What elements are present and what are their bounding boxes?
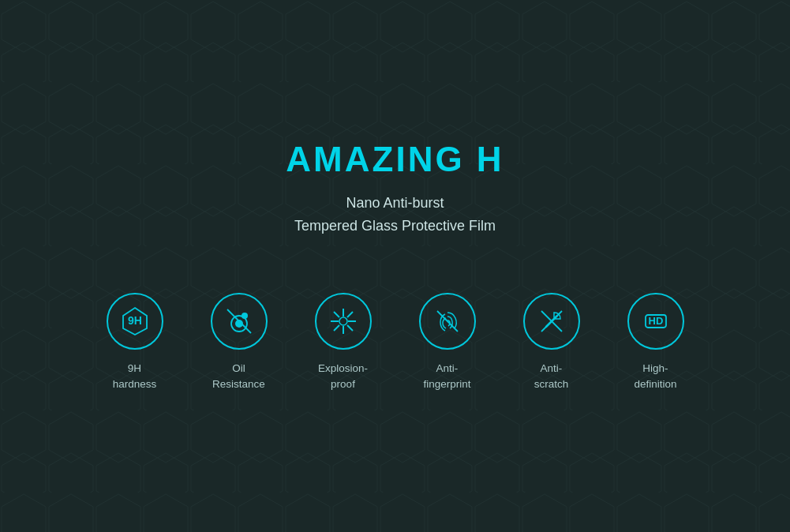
- svg-line-13: [334, 325, 339, 331]
- features-row: 9H 9H hardness Oil Resistanc: [107, 293, 684, 393]
- svg-line-10: [334, 312, 339, 317]
- 9h-icon: 9H: [118, 305, 152, 338]
- subtitle-line1: Nano Anti-burst: [346, 195, 444, 211]
- fingerprint-icon: [431, 305, 464, 338]
- svg-text:HD: HD: [648, 315, 663, 327]
- feature-label-scratch: Anti- scratch: [534, 361, 569, 393]
- icon-hd-circle: HD: [627, 293, 684, 350]
- feature-label-explosion: Explosion- proof: [318, 361, 368, 393]
- icon-oil-circle: [211, 293, 268, 350]
- main-content: AMAZING H Nano Anti-burst Tempered Glass…: [0, 0, 790, 532]
- feature-label-oil: Oil Resistance: [212, 361, 265, 393]
- svg-text:9H: 9H: [128, 314, 142, 327]
- svg-line-11: [347, 325, 353, 331]
- scratch-icon: [535, 305, 568, 338]
- svg-point-14: [339, 317, 347, 325]
- hd-icon: HD: [639, 305, 672, 338]
- svg-line-12: [347, 312, 353, 317]
- feature-anti-fingerprint: Anti- fingerprint: [419, 293, 476, 393]
- feature-anti-scratch: Anti- scratch: [523, 293, 580, 393]
- subtitle-line2: Tempered Glass Protective Film: [294, 218, 496, 234]
- icon-fingerprint-circle: [419, 293, 476, 350]
- svg-line-5: [227, 309, 251, 333]
- oil-icon: [223, 305, 256, 338]
- icon-9h-circle: 9H: [107, 293, 163, 350]
- feature-label-9h: 9H hardness: [113, 361, 157, 393]
- feature-explosion-proof: Explosion- proof: [315, 293, 372, 393]
- svg-point-4: [241, 313, 248, 319]
- feature-high-definition: HD High- definition: [627, 293, 684, 393]
- product-title: AMAZING H: [286, 140, 504, 179]
- feature-9h-hardness: 9H 9H hardness: [107, 293, 163, 393]
- feature-label-fingerprint: Anti- fingerprint: [423, 361, 470, 393]
- icon-explosion-circle: [315, 293, 372, 350]
- icon-scratch-circle: [523, 293, 580, 350]
- product-subtitle: Nano Anti-burst Tempered Glass Protectiv…: [294, 192, 496, 238]
- explosion-icon: [327, 305, 360, 338]
- feature-label-hd: High- definition: [634, 361, 676, 393]
- feature-oil-resistance: Oil Resistance: [211, 293, 268, 393]
